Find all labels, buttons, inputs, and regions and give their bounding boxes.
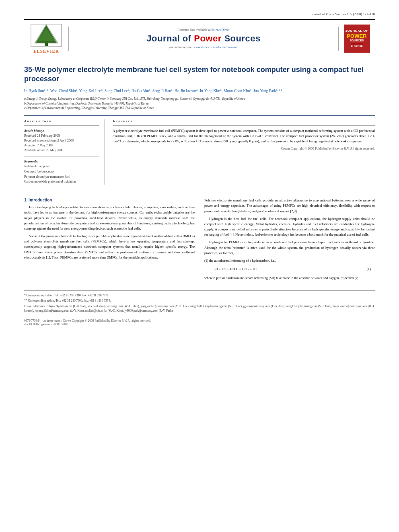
process-label-text: (1) the autothermal reforming of a hydro…: [204, 259, 276, 263]
email-label: E-mail addresses:: [24, 304, 45, 308]
elsevier-brand: ELSEVIER: [33, 49, 59, 53]
para1: Fast-developing technologies related to …: [24, 205, 195, 231]
process-label: (1) the autothermal reforming of a hydro…: [204, 258, 375, 263]
pwr-sources: SOURCES: [350, 39, 364, 42]
power-sources-logo: JOURNAL OF POWER SOURCES ELSEVIER: [339, 25, 375, 53]
keyword-2: Compact fuel processor: [24, 169, 99, 175]
para4: Hydrogen is the best fuel for fuel cells…: [204, 216, 375, 238]
power-logo-box: JOURNAL OF POWER SOURCES ELSEVIER: [344, 25, 370, 53]
section-divider: [24, 192, 375, 192]
authors: In-Hyuk Sonᵃ,*, Woo-Cheol Shinᵃ, Yong-Ku…: [24, 88, 375, 94]
sciencedirect-link[interactable]: ScienceDirect: [212, 28, 230, 32]
sciencedirect-line: Contents lists available at ScienceDirec…: [77, 28, 330, 32]
affiliations: a Energy 1 Group, Energy Laboratory at C…: [24, 97, 375, 111]
article-info-col: Article Info Article history: Received 2…: [24, 119, 105, 185]
bottom-bar: 0378-7753/$ – see front matter. Crown Co…: [24, 317, 375, 326]
footnotes: * Corresponding author. Tel.: +82 31 210…: [24, 290, 375, 313]
elsevier-tree-icon: [30, 23, 62, 47]
article-title: 35-We polymer electrolyte membrane fuel …: [24, 65, 375, 84]
affiliation-c: c Department of Environmental Engineerin…: [24, 106, 375, 111]
footnote-corresponding1: * Corresponding author. Tel.: +82 31 210…: [24, 293, 375, 298]
body-left-col: 1. Introduction Fast-developing technolo…: [24, 198, 195, 284]
para2: Some of the promising fuel cell technolo…: [24, 234, 195, 260]
journal-ref-text: Journal of Power Sources 185 (2008) 171–…: [311, 12, 375, 16]
abstract-text: A polymer electrolyte membrane fuel cell…: [113, 128, 375, 144]
abstract-col: Abstract A polymer electrolyte membrane …: [113, 119, 375, 185]
info-abstract-section: Article Info Article history: Received 2…: [24, 115, 375, 185]
formula1-text: fuel + O₂ + H₂O → COₓ + H₂: [212, 267, 257, 272]
email-list: 1nhyuk74@daum.net (I.-H. Son), wocheol.s…: [24, 304, 375, 312]
doi-value: doi:10.1016/j.jpowsour.2008.05.060: [24, 322, 375, 326]
formula1-number: (1): [367, 267, 371, 272]
svg-marker-3: [34, 24, 58, 43]
para5: Hydrogen for PEMFCs can be produced in a…: [204, 240, 375, 256]
pwr-main: POWER: [347, 33, 366, 39]
body-right-col: Polymer electrolyte membrane fuel cells …: [204, 198, 375, 284]
homepage-link[interactable]: www.elsevier.com/locate/jpowsour: [193, 45, 239, 49]
para6: wherein partial oxidation and steam refo…: [204, 275, 375, 281]
copyright-line: Crown Copyright © 2008 Published by Else…: [113, 147, 375, 150]
footnote-corresponding2: ** Corresponding author. Tel.: +82 31 21…: [24, 298, 375, 303]
section1-body: Fast-developing technologies related to …: [24, 205, 195, 260]
journal-main-title: Journal of Power Sources: [77, 33, 330, 44]
keyword-4: Carbon monoxide preferential oxidation: [24, 179, 99, 185]
page: Journal of Power Sources 185 (2008) 171–…: [0, 0, 399, 532]
footnote-emails: E-mail addresses: 1nhyuk74@daum.net (I.-…: [24, 304, 375, 313]
abstract-label: Abstract: [113, 119, 375, 123]
pwr-elsevier: ELSEVIER: [351, 44, 363, 48]
keyword-1: Notebook computer: [24, 164, 99, 169]
homepage-label: journal homepage:: [169, 45, 193, 49]
journal-title-block: Contents lists available at ScienceDirec…: [68, 27, 339, 51]
section1-heading: 1. Introduction: [24, 198, 195, 202]
affiliation-a: a Energy 1 Group, Energy Laboratory at C…: [24, 97, 375, 101]
received-date: Received 24 February 2008: [24, 134, 99, 138]
section1-body-right: Polymer electrolyte membrane fuel cells …: [204, 198, 375, 281]
accepted-date: Accepted 7 May 2008: [24, 143, 99, 148]
pwr-title: JOURNAL OF: [346, 29, 368, 33]
online-date: Available online 29 May 2008: [24, 148, 99, 153]
doi-line: 0378-7753/$ – see front matter. Crown Co…: [24, 319, 375, 322]
keyword-3: Polymer electrolyte membrane fuel: [24, 175, 99, 180]
elsevier-logo: ELSEVIER: [24, 23, 68, 53]
history-label: Article history:: [24, 129, 99, 133]
authors-text: In-Hyuk Sonᵃ,*, Woo-Cheol Shinᵃ, Yong-Ku…: [24, 89, 282, 93]
journal-title-power: Power: [194, 33, 222, 43]
para3: Polymer electrolyte membrane fuel cells …: [204, 198, 375, 214]
body-section: 1. Introduction Fast-developing technolo…: [24, 198, 375, 284]
journal-homepage: journal homepage: www.elsevier.com/locat…: [77, 45, 330, 49]
affiliation-b: b Department of Chemical Engineering, Da…: [24, 101, 375, 106]
sciencedirect-label: Contents lists available at: [178, 28, 211, 32]
keywords-list: Notebook computer Compact fuel processor…: [24, 164, 99, 185]
formula1-block: fuel + O₂ + H₂O → COₓ + H₂ (1): [212, 267, 375, 272]
revised-date: Received in revised form 2 April 2008: [24, 138, 99, 143]
keywords-label: Keywords:: [24, 160, 99, 163]
journal-header: ELSEVIER Contents lists available at Sci…: [24, 19, 375, 57]
article-info-label: Article Info: [24, 119, 99, 123]
journal-top-ref: Journal of Power Sources 185 (2008) 171–…: [24, 12, 375, 16]
